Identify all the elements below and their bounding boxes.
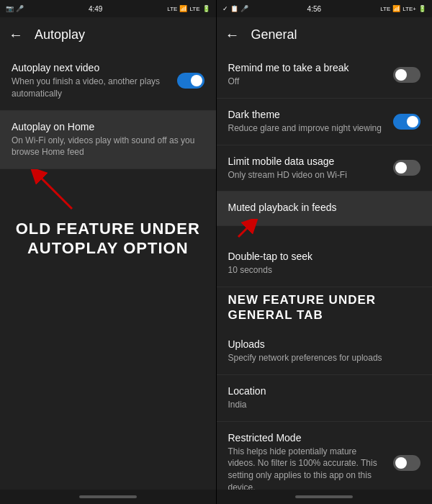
left-status-time: 4:49	[89, 5, 102, 13]
setting-dark-theme-title: Dark theme	[228, 109, 385, 120]
setting-location[interactable]: Location India	[217, 375, 433, 422]
left-status-bar: 📷🎤 4:49 LTE 📶 LTE 🔋	[0, 0, 216, 17]
setting-double-tap-sub: 10 seconds	[228, 264, 413, 276]
setting-restricted-mode-sub: This helps hide potentially mature video…	[228, 446, 385, 490]
setting-uploads-sub: Specify network preferences for uploads	[228, 352, 413, 364]
setting-restricted-mode-text: Restricted Mode This helps hide potentia…	[228, 432, 394, 490]
right-status-right-icons: LTE 📶 LTE+ 🔋	[380, 5, 426, 12]
svg-line-3	[238, 222, 253, 237]
setting-remind-break[interactable]: Remind me to take a break Off	[217, 52, 433, 99]
setting-location-text: Location India	[228, 385, 421, 411]
right-arrow-area	[217, 226, 433, 240]
left-home-indicator	[0, 490, 216, 504]
right-panel: ✓📋🎤 4:56 LTE 📶 LTE+ 🔋 ← General Remind m…	[217, 0, 433, 504]
setting-autoplay-next-text: Autoplay next video When you finish a vi…	[12, 62, 177, 100]
right-status-time: 4:56	[307, 5, 321, 13]
setting-autoplay-next-title: Autoplay next video	[12, 62, 168, 73]
left-arrow-area	[0, 169, 216, 212]
right-home-indicator	[217, 490, 433, 504]
setting-autoplay-next[interactable]: Autoplay next video When you finish a vi…	[0, 52, 216, 111]
left-settings-body: Autoplay next video When you finish a vi…	[0, 52, 216, 490]
setting-limit-data-text: Limit mobile data usage Only stream HD v…	[228, 156, 394, 181]
right-home-bar	[295, 495, 353, 498]
setting-autoplay-home-text: Autoplay on Home On Wi-Fi only, videos p…	[12, 121, 204, 159]
setting-limit-data[interactable]: Limit mobile data usage Only stream HD v…	[217, 145, 433, 192]
left-toolbar: ← Autoplay	[0, 17, 216, 52]
setting-autoplay-home-title: Autoplay on Home	[12, 121, 196, 132]
setting-muted-playback-text: Muted playback in feeds	[228, 202, 421, 215]
setting-autoplay-home[interactable]: Autoplay on Home On Wi-Fi only, videos p…	[0, 111, 216, 170]
right-annotation: NEW FEATURE UNDER GENERAL TAB	[222, 290, 427, 325]
setting-dark-theme-sub: Reduce glare and improve night viewing	[228, 122, 385, 135]
right-status-left-icons: ✓📋🎤	[222, 5, 248, 12]
right-back-button[interactable]: ←	[225, 27, 240, 43]
setting-remind-break-sub: Off	[228, 76, 385, 88]
setting-autoplay-next-sub: When you finish a video, another plays a…	[12, 76, 168, 100]
left-panel: 📷🎤 4:49 LTE 📶 LTE 🔋 ← Autoplay Autoplay …	[0, 0, 216, 504]
autoplay-next-toggle[interactable]	[177, 73, 204, 89]
limit-data-toggle[interactable]	[393, 160, 420, 176]
setting-location-title: Location	[228, 385, 413, 397]
right-status-bar: ✓📋🎤 4:56 LTE 📶 LTE+ 🔋	[217, 0, 433, 17]
setting-double-tap-title: Double-tap to seek	[228, 251, 413, 262]
remind-break-toggle[interactable]	[393, 67, 420, 83]
setting-remind-break-text: Remind me to take a break Off	[228, 62, 394, 88]
setting-uploads-title: Uploads	[228, 338, 413, 350]
setting-limit-data-title: Limit mobile data usage	[228, 156, 385, 167]
setting-double-tap[interactable]: Double-tap to seek 10 seconds	[217, 240, 433, 287]
setting-muted-playback-title: Muted playback in feeds	[228, 202, 413, 213]
setting-double-tap-text: Double-tap to seek 10 seconds	[228, 251, 421, 276]
right-toolbar: ← General	[217, 17, 433, 52]
right-red-arrow	[231, 219, 289, 240]
setting-uploads[interactable]: Uploads Specify network preferences for …	[217, 328, 433, 375]
svg-line-1	[36, 173, 72, 209]
dark-theme-toggle[interactable]	[393, 114, 420, 130]
left-home-bar	[79, 495, 137, 498]
left-status-right-icons: LTE 📶 LTE 🔋	[167, 5, 210, 12]
left-back-button[interactable]: ←	[9, 27, 23, 43]
setting-limit-data-sub: Only stream HD video on Wi-Fi	[228, 169, 385, 181]
setting-dark-theme-text: Dark theme Reduce glare and improve nigh…	[228, 109, 394, 135]
left-status-left-icons: 📷🎤	[6, 5, 24, 12]
left-red-arrow	[29, 169, 86, 212]
setting-dark-theme[interactable]: Dark theme Reduce glare and improve nigh…	[217, 99, 433, 145]
left-annotation: OLD FEATURE UNDER AUTOPLAY OPTION	[0, 212, 216, 265]
right-settings-list: Remind me to take a break Off Dark theme…	[217, 52, 433, 490]
setting-uploads-text: Uploads Specify network preferences for …	[228, 338, 421, 364]
setting-remind-break-title: Remind me to take a break	[228, 62, 385, 73]
setting-restricted-mode[interactable]: Restricted Mode This helps hide potentia…	[217, 422, 433, 490]
setting-autoplay-home-sub: On Wi-Fi only, videos play with sound of…	[12, 135, 196, 159]
restricted-mode-toggle[interactable]	[393, 455, 420, 471]
right-annotation-container: NEW FEATURE UNDER GENERAL TAB	[217, 287, 433, 328]
setting-location-sub: India	[228, 399, 413, 411]
setting-restricted-mode-title: Restricted Mode	[228, 432, 385, 444]
left-page-title: Autoplay	[35, 27, 85, 42]
right-page-title: General	[251, 27, 297, 42]
